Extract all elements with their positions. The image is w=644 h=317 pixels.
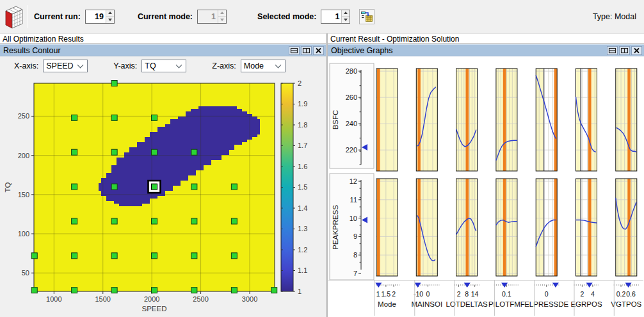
svg-text:2500: 2500	[193, 295, 208, 303]
objective-row-label: PEAKPRESS	[332, 205, 339, 250]
objective-row-label: BSFC	[332, 110, 339, 130]
design-point-marker[interactable]	[111, 149, 117, 155]
svg-text:7: 7	[353, 270, 357, 277]
svg-text:240: 240	[346, 120, 357, 127]
selected-mode-label: Selected mode:	[257, 12, 316, 21]
close-button[interactable]	[631, 46, 642, 55]
svg-text:1.8: 1.8	[298, 121, 307, 129]
optimization-cube-icon	[3, 4, 24, 29]
x-axis-select[interactable]: SPEED	[43, 60, 88, 72]
current-mode-label: Current mode:	[138, 12, 193, 21]
spin-up-arrow[interactable]	[342, 10, 350, 17]
selected-design-point-marker[interactable]	[152, 184, 157, 190]
design-point-marker[interactable]	[231, 253, 237, 259]
variable-slider-handle[interactable]	[552, 283, 559, 288]
svg-text:280: 280	[346, 67, 357, 75]
split-horizontal-button[interactable]	[607, 46, 618, 55]
design-point-marker[interactable]	[31, 288, 37, 293]
split-vertical-button[interactable]	[301, 46, 312, 55]
design-point-marker[interactable]	[231, 288, 237, 293]
design-point-marker[interactable]	[111, 115, 117, 120]
current-value-line	[417, 69, 421, 171]
x-axis-label: X-axis:	[14, 61, 38, 70]
type-label: Type: Modal	[593, 12, 636, 21]
current-value-line	[554, 179, 558, 276]
svg-text:8: 8	[353, 251, 357, 259]
design-point-marker[interactable]	[31, 253, 37, 259]
contour-axis-controls: X-axis: SPEED Y-axis: TQ Z-axis: Mode	[0, 56, 326, 76]
design-point-marker[interactable]	[191, 288, 197, 293]
design-point-marker[interactable]	[152, 149, 157, 155]
current-value-line	[588, 179, 592, 276]
design-point-marker[interactable]	[111, 184, 117, 190]
chevron-down-icon	[275, 62, 281, 69]
split-vertical-button[interactable]	[619, 46, 630, 55]
design-point-marker[interactable]	[111, 288, 117, 293]
current-run-spinner[interactable]: 19	[85, 10, 115, 24]
design-point-marker[interactable]	[231, 218, 237, 224]
design-point-marker[interactable]	[111, 218, 117, 224]
design-point-marker[interactable]	[191, 218, 197, 224]
svg-text:2: 2	[580, 290, 584, 298]
close-button[interactable]	[313, 46, 324, 55]
spin-down-arrow[interactable]	[106, 17, 114, 23]
svg-text:9: 9	[353, 232, 357, 240]
z-axis-label: Z-axis:	[212, 61, 236, 70]
design-point-marker[interactable]	[152, 218, 157, 224]
results-contour-title: Results Contour	[3, 46, 61, 55]
design-point-marker[interactable]	[152, 115, 157, 120]
svg-text:8: 8	[465, 290, 469, 298]
design-point-marker[interactable]	[72, 218, 77, 224]
spin-down-arrow[interactable]	[342, 17, 350, 23]
left-panel-header: All Optimization Results	[0, 33, 326, 44]
design-point-marker[interactable]	[72, 184, 77, 190]
variable-slider-handle[interactable]	[415, 283, 421, 288]
design-point-marker[interactable]	[111, 81, 117, 86]
current-result-panel: Current Result - Optimization Solution O…	[327, 33, 644, 317]
svg-text:1.6: 1.6	[298, 163, 307, 170]
svg-text:250: 250	[18, 112, 29, 120]
design-point-marker[interactable]	[111, 253, 117, 259]
x-axis-title: SPEED	[142, 305, 167, 313]
design-point-marker[interactable]	[72, 115, 77, 120]
toolbar-separator	[27, 5, 28, 28]
export-to-table-icon	[360, 10, 373, 23]
design-point-marker[interactable]	[191, 184, 197, 190]
results-contour-plot[interactable]: 1000150020002500300050100150200250SPEEDT…	[1, 76, 325, 316]
svg-text:260: 260	[346, 93, 357, 101]
design-point-marker[interactable]	[191, 149, 197, 155]
y-axis-label: Y-axis:	[113, 61, 137, 70]
spin-down-arrow	[218, 17, 226, 23]
close-icon	[633, 47, 640, 54]
design-point-marker[interactable]	[72, 288, 77, 293]
svg-text:1.3: 1.3	[298, 225, 307, 232]
selected-mode-spinner[interactable]: 1	[321, 10, 350, 24]
svg-text:11: 11	[350, 196, 357, 204]
svg-text:10: 10	[350, 215, 357, 222]
svg-text:12: 12	[350, 177, 357, 185]
design-point-marker[interactable]	[191, 253, 197, 259]
svg-text:220: 220	[346, 146, 357, 154]
svg-text:1.5: 1.5	[298, 183, 307, 191]
spin-up-arrow[interactable]	[106, 10, 114, 17]
design-point-marker[interactable]	[152, 288, 157, 293]
z-axis-select[interactable]: Mode	[241, 60, 286, 72]
toolbar: Current run: 19 Current mode: 1 Selected…	[0, 0, 644, 33]
close-icon	[315, 47, 322, 54]
results-contour-titlebar[interactable]: Results Contour	[0, 44, 326, 56]
current-value-line	[554, 69, 558, 171]
design-point-marker[interactable]	[152, 253, 157, 259]
design-point-marker[interactable]	[271, 288, 277, 293]
design-point-marker[interactable]	[72, 253, 77, 259]
design-point-marker[interactable]	[72, 149, 77, 155]
export-to-table-button[interactable]	[359, 9, 374, 24]
design-point-marker[interactable]	[231, 184, 237, 190]
spin-up-arrow	[218, 10, 226, 17]
objective-graphs-titlebar[interactable]: Objective Graphs	[328, 44, 644, 56]
variable-slider-handle[interactable]	[586, 283, 593, 288]
y-axis-select[interactable]: TQ	[141, 60, 186, 72]
all-optimization-results-panel: All Optimization Results Results Contour	[0, 33, 326, 317]
svg-text:0: 0	[545, 290, 549, 298]
split-horizontal-button[interactable]	[289, 46, 300, 55]
svg-text:-10: -10	[414, 290, 423, 298]
